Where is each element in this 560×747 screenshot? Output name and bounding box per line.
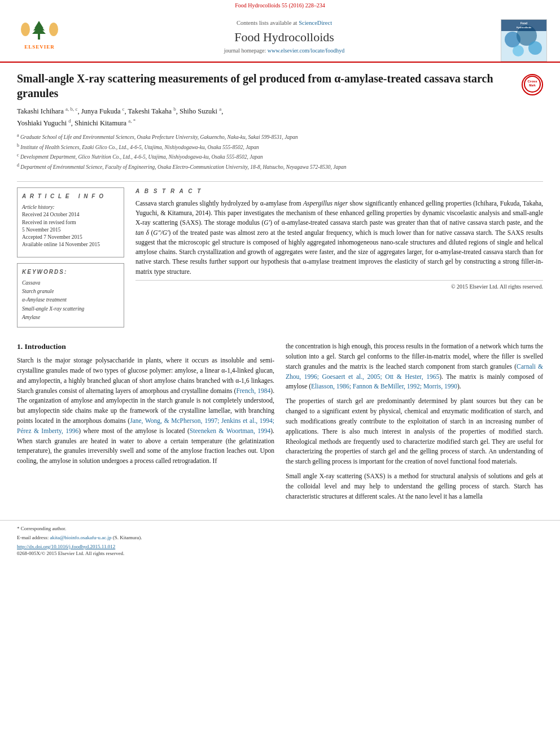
journal-header: ELSEVIER Contents lists available at Sci… xyxy=(0,12,560,63)
left-column: A R T I C L E I N F O Article history: R… xyxy=(17,187,124,327)
page: Food Hydrocolloids 55 (2016) 228–234 xyxy=(0,0,560,747)
svg-point-10 xyxy=(528,41,542,55)
affil-c: c Development Department, Glico Nutritio… xyxy=(17,152,515,161)
article-history: Article history: Received 24 October 201… xyxy=(22,204,119,249)
svg-point-5 xyxy=(21,23,30,36)
article-content-area: Small-angle X-ray scattering measurement… xyxy=(0,63,560,342)
journal-citation-bar: Food Hydrocolloids 55 (2016) 228–234 xyxy=(0,0,560,12)
history-label: Article history: xyxy=(22,204,119,211)
author-2: Junya Fukuda c, xyxy=(81,107,128,115)
affil-d: d Department of Environmental Science, F… xyxy=(17,162,515,171)
abstract-text: Cassava starch granules slightly hydroly… xyxy=(135,199,543,277)
footer-section: * Corresponding author. E-mail address: … xyxy=(0,520,560,561)
journal-cover-image: Food Hydrocolloids xyxy=(501,20,546,61)
doi-link[interactable]: http://dx.doi.org/10.1016/j.foodhyd.2015… xyxy=(17,544,115,549)
affil-a: a Graduate School of Life and Environmen… xyxy=(17,132,515,141)
abstract-copyright: © 2015 Elsevier Ltd. All rights reserved… xyxy=(135,280,543,291)
intro-heading: 1. Introduction xyxy=(17,342,274,352)
keyword-starch-granule: Starch granule xyxy=(22,288,119,295)
contents-available-line: Contents lists available at ScienceDirec… xyxy=(73,19,495,28)
body-left-column: 1. Introduction Starch is the major stor… xyxy=(17,342,274,506)
svg-text:Mark: Mark xyxy=(529,84,536,87)
intro-para-3: The properties of starch gel are predomi… xyxy=(286,396,543,467)
journal-citation-text: Food Hydrocolloids 55 (2016) 228–234 xyxy=(235,2,325,8)
journal-logo-right: Food Hydrocolloids xyxy=(501,17,549,62)
article-title-text-area: Small-angle X-ray scattering measurement… xyxy=(17,71,515,176)
svg-point-6 xyxy=(49,23,58,36)
crossmark-svg: Cross Mark xyxy=(523,75,541,93)
crossmark-icon[interactable]: Cross Mark xyxy=(522,74,543,95)
affiliations-block: a Graduate School of Life and Environmen… xyxy=(17,132,515,171)
author-5: Yoshiaki Yuguchi d, xyxy=(17,119,75,127)
keyword-saxs: Small-angle X-ray scattering xyxy=(22,305,119,313)
author-email-link[interactable]: akita@bioinfo.osakafu-u.ac.jp xyxy=(50,535,111,540)
intro-para-4: Small angle X-ray scattering (SAXS) is a… xyxy=(286,471,543,501)
accepted-date: Accepted 7 November 2015 xyxy=(22,234,119,241)
author-1: Takashi Ichihara a, b, c, xyxy=(17,107,81,115)
svg-rect-1 xyxy=(38,34,40,40)
steeneken-link[interactable]: Steeneken & Woortman, 1994 xyxy=(190,427,270,434)
svg-text:Hydrocolloids: Hydrocolloids xyxy=(517,26,532,29)
online-date: Available online 14 November 2015 xyxy=(22,241,119,248)
elsevier-brand-text: ELSEVIER xyxy=(24,43,55,51)
doi-line: http://dx.doi.org/10.1016/j.foodhyd.2015… xyxy=(17,543,543,551)
eliasson-link[interactable]: Eliasson, 1986; Fannon & BeMiller, 1992;… xyxy=(311,383,457,390)
journal-logo-box: Food Hydrocolloids xyxy=(501,19,547,62)
journal-homepage-link[interactable]: www.elsevier.com/locate/foodhyd xyxy=(268,47,345,54)
journal-title: Food Hydrocolloids xyxy=(73,29,495,46)
intro-para-2: the concentration is high enough, this p… xyxy=(286,342,543,392)
revised-date: 5 November 2015 xyxy=(22,226,119,234)
elsevier-logo: ELSEVIER xyxy=(11,17,68,54)
intro-para-1: Starch is the major storage polysacchari… xyxy=(17,356,274,466)
keyword-cassava: Cassava xyxy=(22,279,119,287)
body-right-column: the concentration is high enough, this p… xyxy=(286,342,543,506)
author-4: Shiho Suzuki a, xyxy=(180,107,223,115)
abstract-title: A B S T R A C T xyxy=(135,187,543,195)
abstract-section: A B S T R A C T Cassava starch granules … xyxy=(135,187,543,291)
keywords-title: Keywords: xyxy=(22,268,119,276)
article-info-title: A R T I C L E I N F O xyxy=(22,193,119,200)
journal-center-header: Contents lists available at ScienceDirec… xyxy=(68,17,501,57)
revised-label: Received in revised form xyxy=(22,219,119,226)
crossmark-inner-text: Cross Mark xyxy=(523,75,541,95)
science-direct-link[interactable]: ScienceDirect xyxy=(299,20,332,26)
author-3: Takeshi Takaha b, xyxy=(128,107,180,115)
affil-b: b Institute of Health Sciences, Ezaki Gl… xyxy=(17,142,515,151)
carnali-link[interactable]: Carnali & Zhou, 1996; Goesaert et al., 2… xyxy=(286,363,543,380)
copyright-bottom: 0268-005X/© 2015 Elsevier Ltd. All right… xyxy=(17,550,543,557)
article-info-box: A R T I C L E I N F O Article history: R… xyxy=(17,187,124,257)
article-main-title: Small-angle X-ray scattering measurement… xyxy=(17,71,515,101)
crossmark-logo[interactable]: Cross Mark xyxy=(515,71,543,95)
author-6: Shinichi Kitamura a, * xyxy=(75,119,135,127)
authors-line: Takashi Ichihara a, b, c, Junya Fukuda c… xyxy=(17,105,515,129)
journal-homepage: journal homepage: www.elsevier.com/locat… xyxy=(73,47,495,55)
svg-point-11 xyxy=(513,45,524,56)
right-column: A B S T R A C T Cassava starch granules … xyxy=(135,187,543,327)
keyword-amylase-treatment: α-Amylase treatment xyxy=(22,296,119,304)
svg-text:Food: Food xyxy=(520,21,527,25)
article-title-section: Small-angle X-ray scattering measurement… xyxy=(17,71,543,182)
corresponding-author-note: * Corresponding author. xyxy=(17,525,543,532)
body-columns: 1. Introduction Starch is the major stor… xyxy=(17,342,543,506)
received-date: Received 24 October 2014 xyxy=(22,211,119,219)
elsevier-svg-icon xyxy=(14,18,65,42)
elsevier-logo-image xyxy=(14,17,65,42)
keywords-box: Keywords: Cassava Starch granule α-Amyla… xyxy=(17,263,124,327)
email-note: E-mail address: akita@bioinfo.osakafu-u.… xyxy=(17,534,543,541)
french-1984-link[interactable]: French, 1984 xyxy=(236,387,270,394)
keyword-amylase: Amylase xyxy=(22,314,119,321)
body-section: 1. Introduction Starch is the major stor… xyxy=(0,342,560,514)
svg-text:Cross: Cross xyxy=(527,80,537,83)
info-abstract-columns: A R T I C L E I N F O Article history: R… xyxy=(17,187,543,327)
